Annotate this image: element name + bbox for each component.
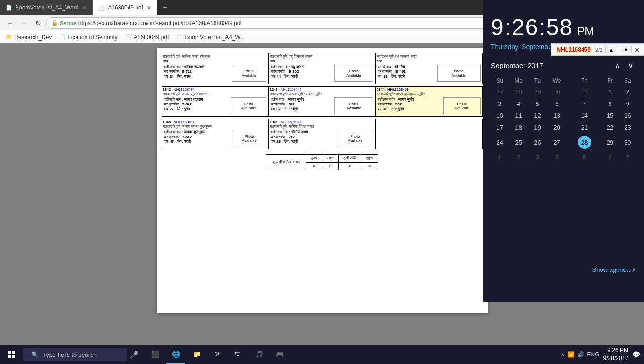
voter-cards-table-row2: 1342 NHL1168434 मतदाराचे पूर्ण: जाधव सुध… [162,86,483,117]
calendar-header: September 2017 ∧ ∨ [491,60,636,71]
calendar-day-cell[interactable]: 17 [491,121,508,133]
tab-label-2: A1680049.pdf [108,4,143,11]
calendar-day-cell[interactable]: 30 [546,86,567,98]
bookmark-research-dev[interactable]: 📁 Research_Dev [4,34,53,41]
show-agenda-button[interactable]: Show agenda ∧ [592,266,636,273]
tray-expand-icon[interactable]: ∧ [561,352,565,358]
media-player-app[interactable]: 🎵 [249,345,268,364]
calendar-day-cell[interactable]: 6 [546,98,567,110]
calendar-day-cell[interactable]: 7 [619,151,637,163]
taskbar-clock[interactable]: 9:26 PM 9/28/2017 [603,347,628,363]
calendar-prev-button[interactable]: ∧ [612,60,623,71]
findbar-close-button[interactable]: ✕ [635,46,640,53]
calendar-day-cell[interactable]: 1 [491,151,508,163]
summary-header-purush: पुरुष [306,155,322,163]
tab-close-1[interactable]: ✕ [82,5,86,11]
calendar-day-header: We [546,76,567,86]
tab-boothlvoterlist[interactable]: 📄 BoothVoterList_A4_Ward ✕ [0,0,93,15]
calendar-day-cell[interactable]: 14 [567,110,601,121]
calendar-day-header: Mo [508,76,529,86]
pdf-findbar: NHL1168459 2/2 ▲ ▼ ✕ [551,43,644,56]
calendar-day-cell[interactable]: 2 [619,86,637,98]
calendar-day-cell[interactable]: 5 [567,151,601,163]
calendar-day-cell[interactable]: 25 [508,133,529,151]
findbar-prev-button[interactable]: ▲ [605,46,617,53]
taskview-button[interactable]: ⬛ [146,345,164,364]
secure-label: Secure [60,20,77,26]
calendar-day-cell[interactable]: 5 [529,98,546,110]
calendar-day-cell[interactable]: 3 [491,98,508,110]
calendar-day-cell[interactable]: 19 [529,121,546,133]
notifications-button[interactable]: 💬 [632,351,640,358]
secure-icon: 🔒 [52,20,58,26]
calendar-day-cell[interactable]: 7 [567,98,601,110]
calendar-day-cell[interactable]: 1 [601,86,619,98]
game-app[interactable]: 🎮 [270,345,289,364]
calendar-day-cell[interactable]: 26 [529,133,546,151]
calendar-day-cell[interactable]: 24 [491,133,508,151]
calendar-day-cell[interactable]: 13 [546,110,567,121]
store-app[interactable]: 🛍 [208,345,227,364]
tab-favicon-1: 📄 [6,5,12,11]
calendar-day-cell[interactable]: 11 [508,110,529,121]
calendar-day-cell[interactable]: 8 [601,98,619,110]
calendar-day-cell[interactable]: 22 [601,121,619,133]
forward-button[interactable]: → [18,17,30,29]
calendar-day-cell[interactable]: 28 [567,133,601,151]
bookmark-boothvoterlist[interactable]: 📄 BoothVoterList_A4_W... [175,34,247,41]
new-tab-button[interactable]: + [157,0,172,15]
calendar-day-cell[interactable]: 28 [508,86,529,98]
clock-time: 9:26:58 [491,14,573,40]
tab-close-2[interactable]: ✕ [147,5,151,11]
calendar-day-cell[interactable]: 4 [546,151,567,163]
calendar-day-cell[interactable]: 29 [601,133,619,151]
bookmark-a1680049[interactable]: 📄 A1680049.pdf [123,34,171,41]
calendar-day-cell[interactable]: 20 [546,121,567,133]
bookmark-icon-1: 📁 [6,34,12,40]
calendar-day-cell[interactable]: 10 [491,110,508,121]
calendar-day-cell[interactable]: 18 [508,121,529,133]
calendar-day-cell[interactable]: 27 [491,86,508,98]
volume-icon[interactable]: 🔊 [577,351,584,358]
taskbar-app-icons: ⬛ 🌐 📁 🛍 🛡 🎵 🎮 [146,345,289,364]
calendar-day-cell[interactable]: 12 [529,110,546,121]
calendar-day-cell[interactable]: 15 [601,110,619,121]
summary-header-tritiya: तृतीयपंथी [339,155,361,163]
calendar-day-cell[interactable]: 31 [567,86,601,98]
summary-header-ekun: एकूण [361,155,378,163]
taskbar-date-text: 9/28/2017 [603,355,628,363]
calendar-day-cell[interactable]: 16 [619,110,637,121]
summary-val-tritiya: 0 [339,163,361,170]
tab-favicon-2: 📄 [98,5,105,11]
voter-cards-table-row1: मतदाराचे पूर्ण: नामिया जयत रुपलाल नाव वड… [162,53,483,84]
calendar-body: 2728293031123456789101112131415161718192… [491,86,636,163]
cortana-mic-button[interactable]: 🎤 [127,345,142,364]
calendar-day-cell[interactable]: 30 [619,133,637,151]
calendar-day-cell[interactable]: 9 [619,98,637,110]
edge-browser-app[interactable]: 🌐 [166,345,185,364]
calendar-day-cell[interactable]: 6 [601,151,619,163]
tab-a1680049[interactable]: 📄 A1680049.pdf ✕ [93,0,157,15]
lang-label: ENG [587,351,600,358]
calendar-day-header: Tu [529,76,546,86]
windows-logo-icon [8,351,15,358]
calendar-day-cell[interactable]: 21 [567,121,601,133]
calendar-day-header: Fr [601,76,619,86]
calendar-day-cell[interactable]: 2 [508,151,529,163]
calendar-day-header: Sa [619,76,637,86]
antivirus-app[interactable]: 🛡 [229,345,248,364]
file-explorer-app[interactable]: 📁 [187,345,206,364]
calendar-day-cell[interactable]: 3 [529,151,546,163]
bookmark-fixation[interactable]: 📄 Fixation of Seniority [57,34,119,41]
taskbar-search[interactable]: 🔍 Type here to search [23,348,127,361]
calendar-day-cell[interactable]: 27 [546,133,567,151]
calendar-next-button[interactable]: ∨ [625,60,636,71]
back-button[interactable]: ← [4,17,16,29]
start-button[interactable] [0,345,23,364]
calendar-grid: SuMoTuWeThFrSa 2728293031123456789101112… [491,76,636,163]
calendar-day-cell[interactable]: 4 [508,98,529,110]
findbar-next-button[interactable]: ▼ [620,46,632,53]
calendar-day-cell[interactable]: 29 [529,86,546,98]
calendar-day-cell[interactable]: 23 [619,121,637,133]
refresh-button[interactable]: ↻ [32,17,44,29]
